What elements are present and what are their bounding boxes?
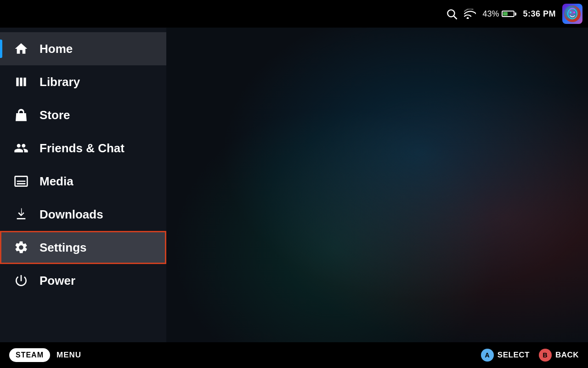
avatar[interactable] — [562, 4, 582, 24]
bottom-actions: A SELECT B BACK — [481, 349, 579, 362]
sidebar: Home Library Store Friends & Chat Media … — [0, 28, 166, 342]
svg-point-2 — [467, 17, 469, 19]
home-icon — [13, 40, 29, 57]
sidebar-item-friends-label: Friends & Chat — [40, 141, 124, 155]
cast-icon[interactable] — [464, 9, 476, 19]
top-bar: 43% 5:36 PM — [0, 0, 588, 28]
sidebar-item-downloads-label: Downloads — [40, 207, 103, 222]
back-label: BACK — [555, 351, 579, 360]
friends-icon — [13, 140, 29, 156]
sidebar-item-media-label: Media — [40, 174, 74, 189]
sidebar-item-power[interactable]: Power — [0, 264, 166, 297]
svg-point-5 — [570, 12, 571, 13]
svg-point-6 — [573, 12, 575, 13]
select-label: SELECT — [498, 351, 530, 360]
settings-icon — [13, 239, 29, 256]
media-icon — [13, 173, 29, 190]
sidebar-item-library[interactable]: Library — [0, 65, 166, 98]
sidebar-item-home[interactable]: Home — [0, 32, 166, 65]
library-icon — [13, 74, 29, 90]
sidebar-item-settings[interactable]: Settings — [0, 231, 166, 264]
sidebar-item-media[interactable]: Media — [0, 165, 166, 198]
background-blur — [166, 28, 588, 342]
select-action: A SELECT — [481, 349, 530, 362]
downloads-icon — [13, 206, 29, 223]
sidebar-item-library-label: Library — [40, 75, 80, 89]
active-indicator — [0, 40, 2, 58]
sidebar-item-store[interactable]: Store — [0, 98, 166, 132]
bottom-bar: STEAM MENU A SELECT B BACK — [0, 342, 588, 368]
store-icon — [13, 107, 29, 123]
sidebar-item-downloads[interactable]: Downloads — [0, 198, 166, 231]
sidebar-item-store-label: Store — [40, 108, 70, 122]
battery-percent: 43% — [482, 9, 499, 19]
a-button[interactable]: A — [481, 349, 494, 362]
back-action: B BACK — [539, 349, 579, 362]
sidebar-item-power-label: Power — [40, 274, 75, 288]
sidebar-item-home-label: Home — [40, 42, 73, 56]
menu-label: MENU — [57, 351, 81, 360]
battery-icon — [502, 11, 516, 17]
steam-badge[interactable]: STEAM — [9, 348, 50, 362]
power-icon — [13, 272, 29, 289]
sidebar-item-settings-label: Settings — [40, 241, 87, 255]
battery-indicator: 43% — [482, 9, 516, 19]
clock: 5:36 PM — [523, 9, 556, 19]
sidebar-item-friends[interactable]: Friends & Chat — [0, 132, 166, 165]
svg-line-1 — [454, 16, 457, 19]
b-button[interactable]: B — [539, 349, 552, 362]
search-icon[interactable] — [446, 8, 458, 20]
main-content — [166, 28, 588, 342]
